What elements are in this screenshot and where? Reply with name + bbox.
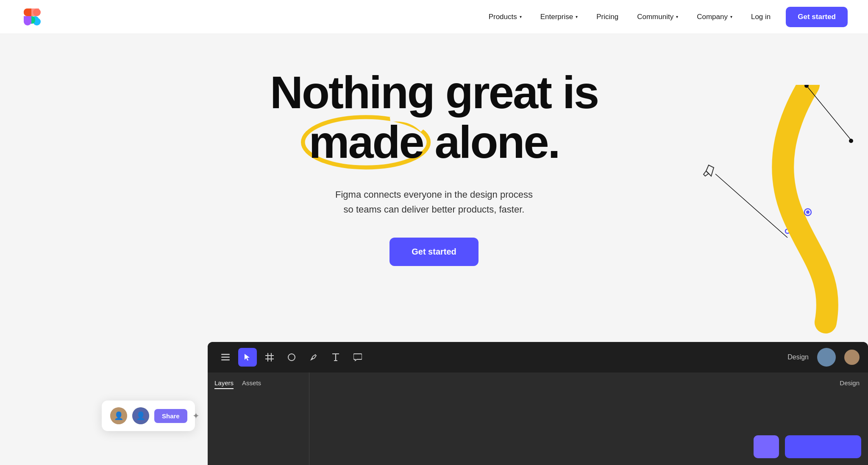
hero-made-wrapper: made xyxy=(309,118,423,167)
hero-alone-word: alone. xyxy=(435,116,559,168)
hero-title: Nothing great is made alone. xyxy=(270,68,598,167)
editor-avatar-2 xyxy=(844,350,860,365)
svg-rect-17 xyxy=(221,359,230,361)
left-panel: Layers Assets xyxy=(208,373,309,465)
toolbar-design-label: Design xyxy=(787,353,809,361)
navigation: Products ▾ Enterprise ▾ Pricing Communit… xyxy=(0,0,868,34)
nav-community[interactable]: Community ▾ xyxy=(630,9,685,25)
community-chevron-icon: ▾ xyxy=(676,14,678,19)
figma-panels: Layers Assets Design xyxy=(208,373,868,465)
figma-toolbar: Design xyxy=(208,342,868,373)
nav-company[interactable]: Company ▾ xyxy=(690,9,739,25)
svg-point-18 xyxy=(288,354,295,361)
figma-ui-button xyxy=(785,435,861,458)
comment-tool-icon[interactable] xyxy=(348,348,367,367)
nav-login[interactable]: Log in xyxy=(744,9,777,25)
hero-subtitle-line1: Figma connects everyone in the design pr… xyxy=(335,189,533,200)
hero-line1: Nothing great is xyxy=(270,67,598,118)
layers-tab[interactable]: Layers xyxy=(214,379,234,389)
right-panel: Design xyxy=(309,373,868,465)
figma-logo[interactable] xyxy=(20,5,44,29)
frame-tool-icon[interactable] xyxy=(260,348,279,367)
panel-tabs: Layers Assets xyxy=(214,379,302,389)
avatar-2: 👤 xyxy=(132,407,149,424)
select-tool-icon[interactable] xyxy=(238,348,257,367)
nav-products[interactable]: Products ▾ xyxy=(482,9,529,25)
share-card: 👤 👤 Share ✦ xyxy=(102,401,195,431)
svg-rect-15 xyxy=(221,354,230,355)
right-panel-label: Design xyxy=(840,379,860,387)
editor-avatar-1 xyxy=(817,348,836,367)
pen-tool-icon[interactable] xyxy=(304,348,323,367)
sparkle-icon: ✦ xyxy=(192,411,200,421)
hero-get-started-button[interactable]: Get started xyxy=(389,238,479,266)
menu-icon[interactable] xyxy=(216,348,235,367)
figma-ui-secondary-button xyxy=(754,435,779,458)
shape-tool-icon[interactable] xyxy=(282,348,301,367)
nav-enterprise[interactable]: Enterprise ▾ xyxy=(534,9,584,25)
products-chevron-icon: ▾ xyxy=(520,14,522,19)
company-chevron-icon: ▾ xyxy=(730,14,732,19)
share-button[interactable]: Share xyxy=(154,409,187,423)
enterprise-chevron-icon: ▾ xyxy=(576,14,578,19)
svg-rect-16 xyxy=(221,357,230,358)
bottom-ui: 👤 👤 Share ✦ xyxy=(0,342,868,465)
nav-pricing[interactable]: Pricing xyxy=(590,9,625,25)
hero-made-word: made xyxy=(309,116,423,168)
nav-links: Products ▾ Enterprise ▾ Pricing Communit… xyxy=(482,7,848,27)
figma-editor-mockup: Design Layers Assets Design xyxy=(208,342,868,465)
avatar-1: 👤 xyxy=(110,407,127,424)
assets-tab[interactable]: Assets xyxy=(242,379,261,389)
hero-subtitle: Figma connects everyone in the design pr… xyxy=(335,187,533,217)
text-tool-icon[interactable] xyxy=(326,348,345,367)
nav-get-started-button[interactable]: Get started xyxy=(786,7,848,27)
hero-subtitle-line2: so teams can deliver better products, fa… xyxy=(344,204,525,215)
